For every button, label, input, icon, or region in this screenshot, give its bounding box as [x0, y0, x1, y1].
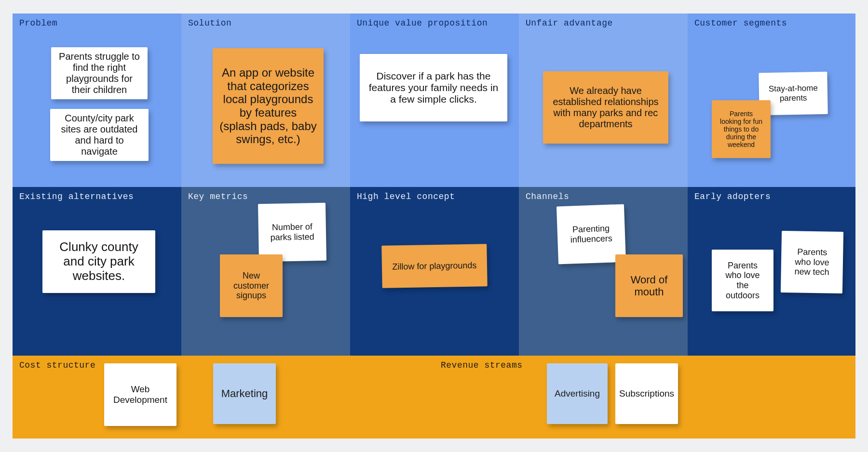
section-title: Channels	[526, 192, 681, 201]
sticky-concept-1[interactable]: Zillow for playgrounds	[381, 244, 488, 288]
sticky-cost-2[interactable]: Marketing	[213, 363, 276, 424]
lean-canvas-board[interactable]: Problem Solution Unique value propositio…	[13, 13, 855, 439]
sticky-alt-1[interactable]: Clunky county and city park websites.	[42, 230, 155, 293]
sticky-channels-2[interactable]: Word of mouth	[615, 254, 683, 317]
sticky-adopters-2[interactable]: Parents who love new tech	[781, 231, 843, 293]
sticky-cost-1[interactable]: Web Development	[104, 363, 176, 426]
sticky-problem-2[interactable]: County/city park sites are outdated and …	[50, 109, 149, 161]
section-problem[interactable]: Problem	[13, 13, 181, 187]
sticky-revenue-2[interactable]: Subscriptions	[615, 363, 678, 424]
section-title: Solution	[188, 18, 343, 28]
section-title: Early adopters	[694, 192, 849, 201]
section-title: Key metrics	[188, 192, 343, 201]
sticky-adopters-1[interactable]: Parents who love the outdoors	[712, 250, 773, 311]
section-title: Unique value proposition	[357, 18, 512, 28]
sticky-advantage-1[interactable]: We already have established relationship…	[543, 71, 668, 144]
section-title: Existing alternatives	[19, 192, 175, 201]
sticky-metrics-1[interactable]: Number of parks listed	[258, 203, 326, 262]
sticky-problem-1[interactable]: Parents struggle to find the right playg…	[51, 47, 148, 99]
section-title: Problem	[19, 18, 175, 28]
section-title: Customer segments	[694, 18, 849, 28]
sticky-uvp-1[interactable]: Discover if a park has the features your…	[360, 54, 507, 121]
sticky-solution-1[interactable]: An app or website that categorizes local…	[213, 48, 324, 164]
sticky-metrics-2[interactable]: New customer signups	[220, 254, 283, 317]
section-title: Unfair advantage	[526, 18, 681, 28]
sticky-revenue-1[interactable]: Advertising	[547, 363, 608, 424]
sticky-segments-2[interactable]: Parents looking for fun things to do dur…	[712, 100, 771, 158]
section-title: High level concept	[357, 192, 512, 201]
